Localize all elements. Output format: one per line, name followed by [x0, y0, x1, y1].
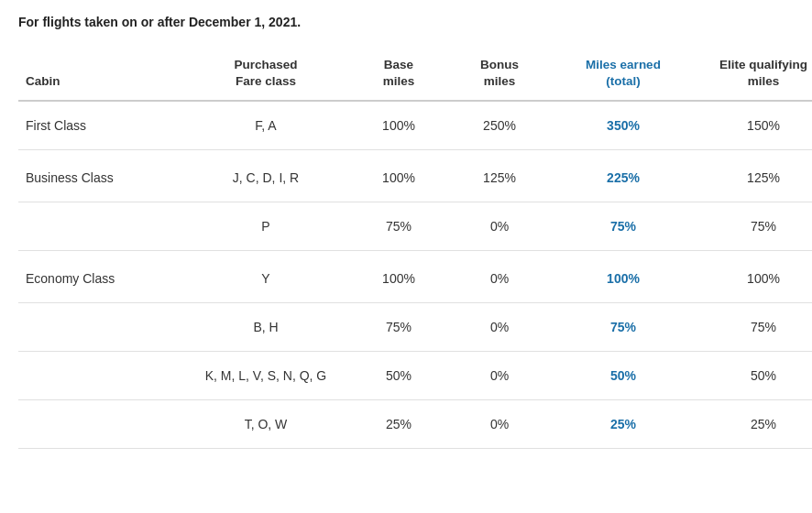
col-header-earned: Miles earned (total)	[550, 48, 697, 101]
miles-earned-cell: 350%	[550, 101, 697, 150]
table-row: First ClassF, A100%250%350%150%	[18, 101, 812, 150]
bonus-miles-cell: 125%	[449, 150, 550, 202]
miles-earned-cell: 75%	[550, 202, 697, 251]
base-miles-cell: 100%	[348, 251, 449, 303]
miles-earned-cell: 100%	[550, 251, 697, 303]
base-miles-cell: 75%	[348, 303, 449, 352]
table-row: T, O, W25%0%25%25%	[18, 400, 812, 449]
base-miles-cell: 50%	[348, 352, 449, 400]
table-row: K, M, L, V, S, N, Q, G50%0%50%50%	[18, 352, 812, 400]
cabin-cell: First Class	[18, 101, 183, 150]
miles-earned-cell: 25%	[550, 400, 697, 449]
base-miles-cell: 25%	[348, 400, 449, 449]
cabin-cell: Business Class	[18, 150, 183, 202]
fare-cell: Y	[183, 251, 348, 303]
bonus-miles-cell: 0%	[449, 251, 550, 303]
bonus-miles-cell: 0%	[449, 202, 550, 251]
fare-cell: B, H	[183, 303, 348, 352]
header-note: For flights taken on or after December 1…	[18, 15, 794, 29]
col-header-elite: Elite qualifying miles	[697, 48, 812, 101]
fare-cell: F, A	[183, 101, 348, 150]
fare-cell: T, O, W	[183, 400, 348, 449]
miles-earned-cell: 225%	[550, 150, 697, 202]
table-row: Economy ClassY100%0%100%100%	[18, 251, 812, 303]
bonus-miles-cell: 250%	[449, 101, 550, 150]
table-row: Business ClassJ, C, D, I, R100%125%225%1…	[18, 150, 812, 202]
cabin-cell	[18, 400, 183, 449]
elite-miles-cell: 25%	[697, 400, 812, 449]
elite-miles-cell: 75%	[697, 202, 812, 251]
miles-earned-cell: 50%	[550, 352, 697, 400]
fare-cell: K, M, L, V, S, N, Q, G	[183, 352, 348, 400]
elite-miles-cell: 50%	[697, 352, 812, 400]
fare-cell: P	[183, 202, 348, 251]
elite-miles-cell: 100%	[697, 251, 812, 303]
cabin-cell: Economy Class	[18, 251, 183, 303]
col-header-bonus: Bonus miles	[449, 48, 550, 101]
col-header-base: Base miles	[348, 48, 449, 101]
col-header-fare: Purchased Fare class	[183, 48, 348, 101]
elite-miles-cell: 75%	[697, 303, 812, 352]
base-miles-cell: 100%	[348, 101, 449, 150]
miles-earned-cell: 75%	[550, 303, 697, 352]
col-header-cabin: Cabin	[18, 48, 183, 101]
bonus-miles-cell: 0%	[449, 352, 550, 400]
table-row: B, H75%0%75%75%	[18, 303, 812, 352]
table-row: P75%0%75%75%	[18, 202, 812, 251]
cabin-cell	[18, 303, 183, 352]
elite-miles-cell: 125%	[697, 150, 812, 202]
bonus-miles-cell: 0%	[449, 303, 550, 352]
base-miles-cell: 100%	[348, 150, 449, 202]
cabin-cell	[18, 202, 183, 251]
base-miles-cell: 75%	[348, 202, 449, 251]
miles-table: Cabin Purchased Fare class Base miles Bo…	[18, 48, 812, 449]
cabin-cell	[18, 352, 183, 400]
bonus-miles-cell: 0%	[449, 400, 550, 449]
fare-cell: J, C, D, I, R	[183, 150, 348, 202]
elite-miles-cell: 150%	[697, 101, 812, 150]
